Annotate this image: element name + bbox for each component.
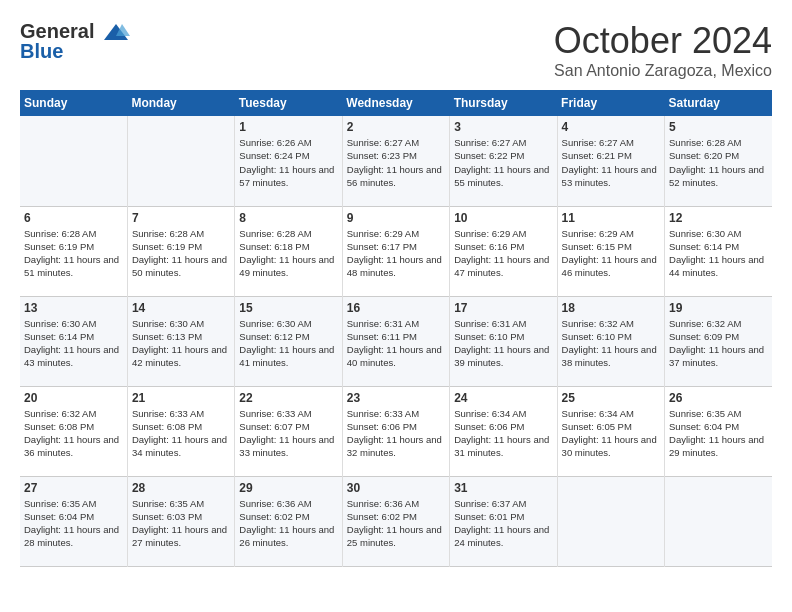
calendar-cell: 10Sunrise: 6:29 AMSunset: 6:16 PMDayligh… — [450, 206, 557, 296]
day-info: Sunrise: 6:27 AMSunset: 6:23 PMDaylight:… — [347, 136, 445, 189]
calendar-week-3: 13Sunrise: 6:30 AMSunset: 6:14 PMDayligh… — [20, 296, 772, 386]
column-header-sunday: Sunday — [20, 90, 127, 116]
day-info: Sunrise: 6:29 AMSunset: 6:16 PMDaylight:… — [454, 227, 552, 280]
calendar-cell: 23Sunrise: 6:33 AMSunset: 6:06 PMDayligh… — [342, 386, 449, 476]
month-title: October 2024 — [554, 20, 772, 62]
calendar-week-4: 20Sunrise: 6:32 AMSunset: 6:08 PMDayligh… — [20, 386, 772, 476]
day-info: Sunrise: 6:35 AMSunset: 6:04 PMDaylight:… — [669, 407, 768, 460]
calendar-cell: 21Sunrise: 6:33 AMSunset: 6:08 PMDayligh… — [127, 386, 234, 476]
day-info: Sunrise: 6:28 AMSunset: 6:19 PMDaylight:… — [24, 227, 123, 280]
day-number: 18 — [562, 301, 660, 315]
day-info: Sunrise: 6:37 AMSunset: 6:01 PMDaylight:… — [454, 497, 552, 550]
day-info: Sunrise: 6:33 AMSunset: 6:06 PMDaylight:… — [347, 407, 445, 460]
day-number: 24 — [454, 391, 552, 405]
calendar-cell: 29Sunrise: 6:36 AMSunset: 6:02 PMDayligh… — [235, 476, 342, 566]
calendar-cell: 3Sunrise: 6:27 AMSunset: 6:22 PMDaylight… — [450, 116, 557, 206]
day-info: Sunrise: 6:34 AMSunset: 6:06 PMDaylight:… — [454, 407, 552, 460]
day-number: 26 — [669, 391, 768, 405]
day-number: 7 — [132, 211, 230, 225]
day-info: Sunrise: 6:33 AMSunset: 6:07 PMDaylight:… — [239, 407, 337, 460]
day-number: 12 — [669, 211, 768, 225]
day-number: 30 — [347, 481, 445, 495]
day-info: Sunrise: 6:36 AMSunset: 6:02 PMDaylight:… — [239, 497, 337, 550]
day-number: 14 — [132, 301, 230, 315]
day-info: Sunrise: 6:36 AMSunset: 6:02 PMDaylight:… — [347, 497, 445, 550]
day-number: 19 — [669, 301, 768, 315]
calendar-cell: 25Sunrise: 6:34 AMSunset: 6:05 PMDayligh… — [557, 386, 664, 476]
day-number: 10 — [454, 211, 552, 225]
calendar-cell: 1Sunrise: 6:26 AMSunset: 6:24 PMDaylight… — [235, 116, 342, 206]
calendar-cell: 27Sunrise: 6:35 AMSunset: 6:04 PMDayligh… — [20, 476, 127, 566]
day-info: Sunrise: 6:27 AMSunset: 6:21 PMDaylight:… — [562, 136, 660, 189]
day-number: 17 — [454, 301, 552, 315]
calendar-cell: 6Sunrise: 6:28 AMSunset: 6:19 PMDaylight… — [20, 206, 127, 296]
column-header-thursday: Thursday — [450, 90, 557, 116]
calendar-cell — [665, 476, 772, 566]
calendar-cell: 12Sunrise: 6:30 AMSunset: 6:14 PMDayligh… — [665, 206, 772, 296]
calendar-cell: 18Sunrise: 6:32 AMSunset: 6:10 PMDayligh… — [557, 296, 664, 386]
day-number: 20 — [24, 391, 123, 405]
logo-icon — [102, 22, 130, 44]
calendar-cell: 28Sunrise: 6:35 AMSunset: 6:03 PMDayligh… — [127, 476, 234, 566]
day-number: 23 — [347, 391, 445, 405]
calendar-cell — [127, 116, 234, 206]
day-number: 21 — [132, 391, 230, 405]
day-info: Sunrise: 6:30 AMSunset: 6:13 PMDaylight:… — [132, 317, 230, 370]
day-info: Sunrise: 6:29 AMSunset: 6:15 PMDaylight:… — [562, 227, 660, 280]
calendar-cell: 2Sunrise: 6:27 AMSunset: 6:23 PMDaylight… — [342, 116, 449, 206]
calendar-cell: 7Sunrise: 6:28 AMSunset: 6:19 PMDaylight… — [127, 206, 234, 296]
calendar-cell: 4Sunrise: 6:27 AMSunset: 6:21 PMDaylight… — [557, 116, 664, 206]
calendar-header-row: SundayMondayTuesdayWednesdayThursdayFrid… — [20, 90, 772, 116]
column-header-tuesday: Tuesday — [235, 90, 342, 116]
calendar-week-1: 1Sunrise: 6:26 AMSunset: 6:24 PMDaylight… — [20, 116, 772, 206]
logo: General Blue — [20, 20, 130, 63]
column-header-wednesday: Wednesday — [342, 90, 449, 116]
day-number: 4 — [562, 120, 660, 134]
day-info: Sunrise: 6:30 AMSunset: 6:14 PMDaylight:… — [24, 317, 123, 370]
calendar-cell: 13Sunrise: 6:30 AMSunset: 6:14 PMDayligh… — [20, 296, 127, 386]
day-info: Sunrise: 6:29 AMSunset: 6:17 PMDaylight:… — [347, 227, 445, 280]
day-info: Sunrise: 6:32 AMSunset: 6:08 PMDaylight:… — [24, 407, 123, 460]
calendar-cell: 17Sunrise: 6:31 AMSunset: 6:10 PMDayligh… — [450, 296, 557, 386]
day-number: 11 — [562, 211, 660, 225]
calendar-cell: 31Sunrise: 6:37 AMSunset: 6:01 PMDayligh… — [450, 476, 557, 566]
day-number: 5 — [669, 120, 768, 134]
day-number: 1 — [239, 120, 337, 134]
location: San Antonio Zaragoza, Mexico — [554, 62, 772, 80]
page-header: General Blue October 2024 San Antonio Za… — [20, 20, 772, 80]
calendar-cell — [557, 476, 664, 566]
column-header-saturday: Saturday — [665, 90, 772, 116]
day-info: Sunrise: 6:30 AMSunset: 6:14 PMDaylight:… — [669, 227, 768, 280]
day-number: 8 — [239, 211, 337, 225]
title-block: October 2024 San Antonio Zaragoza, Mexic… — [554, 20, 772, 80]
day-number: 27 — [24, 481, 123, 495]
day-number: 6 — [24, 211, 123, 225]
calendar-cell: 16Sunrise: 6:31 AMSunset: 6:11 PMDayligh… — [342, 296, 449, 386]
day-info: Sunrise: 6:35 AMSunset: 6:04 PMDaylight:… — [24, 497, 123, 550]
day-info: Sunrise: 6:28 AMSunset: 6:18 PMDaylight:… — [239, 227, 337, 280]
calendar-week-5: 27Sunrise: 6:35 AMSunset: 6:04 PMDayligh… — [20, 476, 772, 566]
column-header-monday: Monday — [127, 90, 234, 116]
calendar-cell: 15Sunrise: 6:30 AMSunset: 6:12 PMDayligh… — [235, 296, 342, 386]
calendar-cell: 22Sunrise: 6:33 AMSunset: 6:07 PMDayligh… — [235, 386, 342, 476]
day-info: Sunrise: 6:35 AMSunset: 6:03 PMDaylight:… — [132, 497, 230, 550]
calendar-cell: 24Sunrise: 6:34 AMSunset: 6:06 PMDayligh… — [450, 386, 557, 476]
day-number: 25 — [562, 391, 660, 405]
calendar-cell: 20Sunrise: 6:32 AMSunset: 6:08 PMDayligh… — [20, 386, 127, 476]
day-number: 2 — [347, 120, 445, 134]
day-number: 9 — [347, 211, 445, 225]
day-info: Sunrise: 6:32 AMSunset: 6:10 PMDaylight:… — [562, 317, 660, 370]
day-info: Sunrise: 6:26 AMSunset: 6:24 PMDaylight:… — [239, 136, 337, 189]
calendar-table: SundayMondayTuesdayWednesdayThursdayFrid… — [20, 90, 772, 567]
calendar-cell: 11Sunrise: 6:29 AMSunset: 6:15 PMDayligh… — [557, 206, 664, 296]
day-info: Sunrise: 6:31 AMSunset: 6:11 PMDaylight:… — [347, 317, 445, 370]
day-number: 15 — [239, 301, 337, 315]
calendar-week-2: 6Sunrise: 6:28 AMSunset: 6:19 PMDaylight… — [20, 206, 772, 296]
day-number: 31 — [454, 481, 552, 495]
day-info: Sunrise: 6:28 AMSunset: 6:20 PMDaylight:… — [669, 136, 768, 189]
day-info: Sunrise: 6:28 AMSunset: 6:19 PMDaylight:… — [132, 227, 230, 280]
day-number: 28 — [132, 481, 230, 495]
column-header-friday: Friday — [557, 90, 664, 116]
day-info: Sunrise: 6:27 AMSunset: 6:22 PMDaylight:… — [454, 136, 552, 189]
calendar-cell: 14Sunrise: 6:30 AMSunset: 6:13 PMDayligh… — [127, 296, 234, 386]
